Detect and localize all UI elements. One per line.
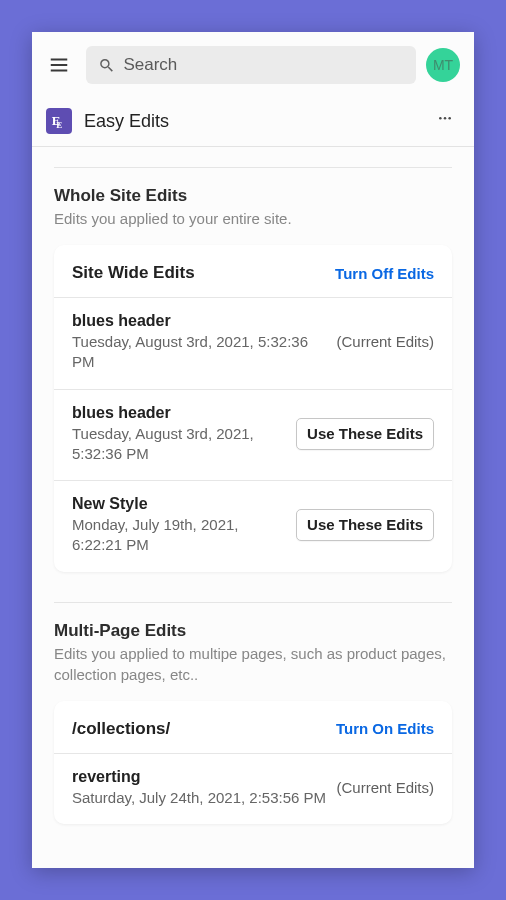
turn-on-edits[interactable]: Turn On Edits [336, 720, 434, 737]
use-these-edits-button[interactable]: Use These Edits [296, 509, 434, 541]
collections-card-title: /collections/ [72, 719, 170, 739]
hamburger-menu[interactable] [42, 48, 76, 82]
edit-row[interactable]: blues header Tuesday, August 3rd, 2021, … [54, 390, 452, 482]
app-title: Easy Edits [84, 111, 430, 132]
multipage-section-desc: Edits you applied to multipe pages, such… [54, 643, 452, 685]
svg-point-4 [444, 117, 447, 120]
use-these-edits-button[interactable]: Use These Edits [296, 418, 434, 450]
edit-row[interactable]: New Style Monday, July 19th, 2021, 6:22:… [54, 481, 452, 572]
edit-date: Monday, July 19th, 2021, 6:22:21 PM [72, 515, 286, 556]
app-icon: EE [46, 108, 72, 134]
more-actions[interactable] [430, 106, 460, 136]
edit-row[interactable]: blues header Tuesday, August 3rd, 2021, … [54, 298, 452, 390]
edit-date: Tuesday, August 3rd, 2021, 5:32:36 PM [72, 424, 286, 465]
search-icon [98, 56, 115, 75]
edit-row[interactable]: reverting Saturday, July 24th, 2021, 2:5… [54, 754, 452, 824]
svg-point-5 [448, 117, 451, 120]
search-field[interactable] [86, 46, 416, 84]
edit-name: blues header [72, 404, 286, 422]
avatar[interactable]: MT [426, 48, 460, 82]
menu-icon [48, 54, 70, 76]
sitewide-card-title: Site Wide Edits [72, 263, 195, 283]
search-input[interactable] [123, 55, 404, 75]
current-edits-label: (Current Edits) [336, 333, 434, 351]
edit-name: New Style [72, 495, 286, 513]
svg-point-3 [439, 117, 442, 120]
whole-site-section-desc: Edits you applied to your entire site. [54, 208, 452, 229]
edit-date: Tuesday, August 3rd, 2021, 5:32:36 PM [72, 332, 326, 373]
edit-name: blues header [72, 312, 326, 330]
current-edits-label: (Current Edits) [336, 779, 434, 797]
more-horizontal-icon [435, 113, 455, 129]
edit-date: Saturday, July 24th, 2021, 2:53:56 PM [72, 788, 326, 808]
multipage-section-title: Multi-Page Edits [54, 621, 452, 641]
whole-site-section-title: Whole Site Edits [54, 186, 452, 206]
turn-off-edits[interactable]: Turn Off Edits [335, 265, 434, 282]
edit-name: reverting [72, 768, 326, 786]
